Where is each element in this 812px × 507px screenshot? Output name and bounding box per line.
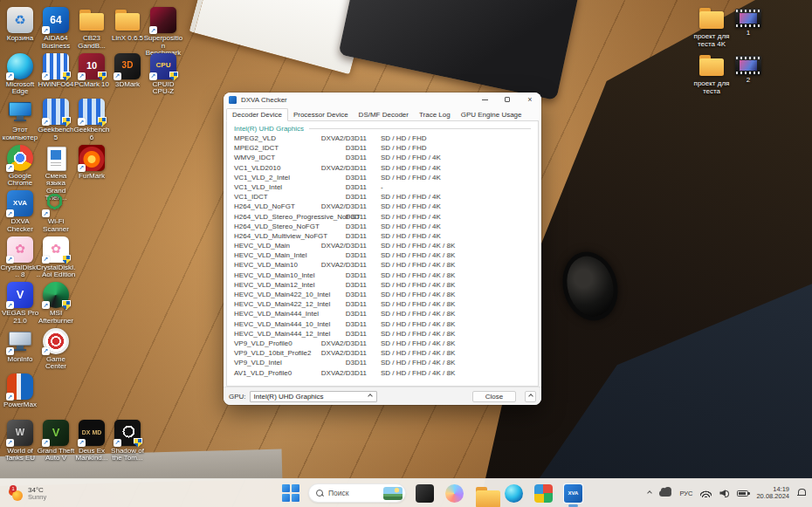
tray-chevron-up-icon[interactable] [648, 491, 651, 495]
desktop-icon-linx-folder-icon[interactable]: LinX 0.6.5 [107, 7, 148, 43]
speaker-icon[interactable] [719, 489, 729, 497]
desktop-icon-vegas-pro-icon[interactable]: V↗VEGAS Pro 21.0 [0, 282, 40, 325]
desktop-icon-label: Google Chrome [0, 173, 40, 188]
decoder-row[interactable]: VP9_VLD_10bit_Profile2DXVA2/D3D11SD / HD… [227, 348, 538, 358]
file-explorer-icon [475, 484, 493, 503]
cpuz-icon: CPU↗ [150, 53, 176, 79]
tab-decoder-device[interactable]: Decoder Device [226, 108, 288, 122]
desktop-icon-chrome-icon[interactable]: ↗Google Chrome [0, 145, 40, 188]
clock[interactable]: 14:19 20.08.2024 [756, 486, 789, 501]
desktop-icon-crystaldiskinfo-aoi-icon[interactable]: ✿↗CrystalDiskI... Aoi Edition [36, 236, 76, 279]
desktop-icon-label: CPUID CPU-Z [143, 81, 183, 96]
minimize-button[interactable] [473, 92, 496, 106]
desktop-icon-game-center-icon[interactable]: ↗Game Center [36, 328, 76, 371]
desktop-icon-superposition-icon[interactable]: ↗Superposition Benchmark [143, 7, 183, 58]
decoder-row[interactable]: H264_VLD_Stereo_Progressive_NoFGTD3D11SD… [227, 212, 538, 222]
maximize-button[interactable] [496, 92, 519, 106]
decoder-row[interactable]: HEVC_VLD_Main12_IntelD3D11SD / HD / FHD … [227, 280, 538, 290]
desktop-icon-cb23-folder-icon[interactable]: CB23 GandB... [72, 7, 112, 50]
cb23-folder-icon [79, 7, 105, 33]
desktop-icon-furmark-icon[interactable]: ↗FurMark [72, 145, 112, 181]
weather-widget[interactable]: 1 34°C Sunny [9, 486, 46, 501]
desktop-icon-hwinfo64-icon[interactable]: ↗HWiNFO64 [36, 53, 76, 89]
decoder-row[interactable]: HEVC_VLD_Main444_10_IntelD3D11SD / HD / … [227, 319, 538, 329]
taskbar-file-explorer-icon[interactable] [473, 483, 495, 504]
decoder-row[interactable]: HEVC_VLD_Main_IntelD3D11SD / HD / FHD / … [227, 250, 538, 260]
gpu-select[interactable]: Intel(R) UHD Graphics [250, 391, 377, 402]
tab-gpu-engine-usage[interactable]: GPU Engine Usage [456, 109, 527, 121]
decoder-row[interactable]: H264_VLD_Multiview_NoFGTD3D11SD / HD / F… [227, 231, 538, 241]
uac-shield-icon [62, 300, 71, 310]
desktop-icon-this-pc-icon[interactable]: Этот компьютер [0, 99, 40, 141]
desktop-icon-powermax-icon[interactable]: ↗PowerMax [0, 373, 40, 409]
desktop-icon-aida64-icon[interactable]: 64↗AIDA64 Business [36, 7, 76, 50]
desktop-icon-dxva-checker-icon[interactable]: XVA↗DXVA Checker [0, 190, 40, 233]
close-window-button[interactable]: × [519, 92, 541, 106]
search-input[interactable]: Поиск [308, 483, 406, 503]
desktop-icon-edge-icon[interactable]: ↗Microsoft Edge [0, 53, 40, 96]
decoder-row[interactable]: H264_VLD_NoFGTDXVA2/D3D11SD / HD / FHD /… [227, 202, 538, 211]
desktop-icon-test-project-folder[interactable]: проект для теста [692, 52, 732, 95]
desktop-icon-deus-ex-icon[interactable]: DX MD↗Deus Ex Mankind... [72, 420, 112, 462]
decoder-row[interactable]: MPEG2_IDCTD3D11SD / HD / FHD [227, 143, 538, 153]
expand-up-button[interactable] [525, 391, 536, 402]
decoder-row[interactable]: WMV9_IDCTD3D11SD / HD / FHD / 4K [227, 153, 538, 162]
desktop-icon-moninfo-icon[interactable]: ↗MonInfo [0, 328, 40, 364]
desktop-icon-cpuz-icon[interactable]: CPU↗CPUID CPU-Z [143, 53, 183, 96]
taskbar-edge-icon[interactable] [503, 483, 525, 504]
desktop-icon-geekbench5-icon[interactable]: ↗Geekbench 5 [36, 99, 76, 141]
title-bar[interactable]: DXVA Checker × [224, 92, 541, 106]
desktop-icon-world-of-tanks-icon[interactable]: W↗World of Tanks EU [0, 420, 40, 462]
desktop-icon-crystaldiskinfo8-icon[interactable]: ✿↗CrystalDiskI... 8 [0, 236, 40, 279]
taskbar-task-view-icon[interactable] [414, 483, 436, 504]
desktop-icon-video-file-2[interactable]: 2 [728, 52, 768, 85]
decoder-row[interactable]: HEVC_VLD_MainDXVA2/D3D11SD / HD / FHD / … [227, 241, 538, 250]
tab-ds-mf-decoder[interactable]: DS/MF Decoder [354, 109, 414, 121]
decoder-row[interactable]: AV1_VLD_Profile0DXVA2/D3D11SD / HD / FHD… [227, 368, 538, 378]
decoder-row[interactable]: HEVC_VLD_Main422_12_IntelD3D11SD / HD / … [227, 299, 538, 309]
decoder-row[interactable]: VC1_VLD2010DXVA2/D3D11SD / HD / FHD / 4K [227, 163, 538, 173]
desktop-icon-label: 2 [728, 77, 768, 85]
decoder-row[interactable]: VC1_VLD_2_IntelD3D11SD / HD / FHD / 4K [227, 173, 538, 182]
tray-date: 20.08.2024 [756, 493, 789, 501]
desktop-icon-video-file-1[interactable]: 1 [728, 5, 768, 38]
decoder-row[interactable]: VC1_IDCTD3D11SD / HD / FHD / 4K [227, 192, 538, 202]
battery-icon[interactable] [737, 490, 748, 497]
decoder-resolutions: SD / HD / FHD / 4K [381, 223, 441, 230]
decoder-row[interactable]: HEVC_VLD_Main444_IntelD3D11SD / HD / FHD… [227, 309, 538, 319]
notification-bell-icon[interactable] [797, 489, 805, 497]
decoder-row[interactable]: VP9_VLD_IntelD3D11SD / HD / FHD / 4K / 8… [227, 358, 538, 367]
desktop-icon-pcmark10-icon[interactable]: 10↗PCMark 10 [72, 53, 112, 89]
desktop-icon-gta5-icon[interactable]: V↗Grand Theft Auto V [36, 420, 76, 462]
desktop-icon-3dmark-icon[interactable]: 3D↗3DMark [107, 53, 148, 89]
language-indicator[interactable]: РУС [679, 490, 692, 497]
taskbar-copilot-icon[interactable] [444, 483, 465, 504]
desktop-icon-tomb-raider-icon[interactable]: ↗Shadow of the Tom... [107, 420, 148, 462]
desktop-icon-recycle-bin-icon[interactable]: ♻Корзина [0, 7, 40, 43]
wifi-icon[interactable] [700, 490, 712, 497]
decoder-device-list[interactable]: Intel(R) UHD Graphics MPEG2_VLDDXVA2/D3D… [226, 120, 539, 387]
cloud-icon[interactable] [659, 490, 671, 497]
decoder-api: D3D11 [253, 300, 367, 308]
tab-trace-log[interactable]: Trace Log [414, 109, 456, 121]
decoder-row[interactable]: HEVC_VLD_Main10_IntelD3D11SD / HD / FHD … [227, 271, 538, 280]
taskbar-store-icon[interactable] [533, 483, 554, 504]
decoder-row[interactable]: H264_VLD_Stereo_NoFGTD3D11SD / HD / FHD … [227, 222, 538, 231]
decoder-row[interactable]: MPEG2_VLDDXVA2/D3D11SD / HD / FHD [227, 134, 538, 143]
desktop-icon-wifi-scanner-icon[interactable]: ↗Wi-Fi Scanner [36, 190, 76, 233]
decoder-api: D3D11 [253, 291, 367, 298]
desktop-icon-msi-afterburner-icon[interactable]: ↗MSI Afterburner [36, 282, 76, 325]
start-button[interactable] [281, 483, 300, 503]
taskbar-dxva-checker-icon[interactable]: XVA [562, 483, 584, 504]
decoder-api: DXVA2/D3D11 [253, 242, 367, 250]
decoder-row[interactable]: HEVC_VLD_Main10DXVA2/D3D11SD / HD / FHD … [227, 260, 538, 270]
desktop-icon-geekbench6-icon[interactable]: ↗Geekbench 6 [72, 99, 112, 141]
decoder-row[interactable]: VP9_VLD_Profile0DXVA2/D3D11SD / HD / FHD… [227, 339, 538, 348]
close-button[interactable]: Close [472, 391, 516, 402]
app-icon [229, 96, 237, 104]
decoder-row[interactable]: HEVC_VLD_Main422_10_IntelD3D11SD / HD / … [227, 290, 538, 299]
decoder-row[interactable]: VC1_VLD_IntelD3D11- [227, 182, 538, 192]
desktop-icon-test-project-4k-folder[interactable]: проект для теста 4K [692, 5, 732, 48]
tab-processor-device[interactable]: Processor Device [288, 109, 354, 121]
decoder-row[interactable]: HEVC_VLD_Main444_12_IntelD3D11SD / HD / … [227, 329, 538, 339]
